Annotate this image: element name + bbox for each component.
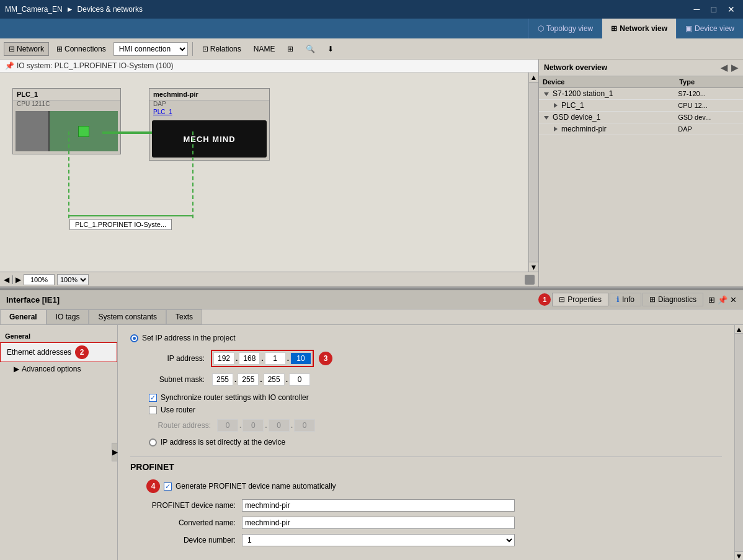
subnet-part-4[interactable]: [289, 373, 310, 386]
ip-address-field[interactable]: . . .: [211, 350, 314, 367]
sidebar-item-ethernet[interactable]: Ethernet addresses 2: [0, 342, 117, 362]
network-tree: Device Type S7-1200 station_1 S7-120...: [539, 76, 743, 135]
content-area[interactable]: Set IP address in the project IP address…: [118, 325, 734, 560]
ip-part-2[interactable]: [239, 352, 260, 365]
tree-row[interactable]: mechmind-pir DAP: [539, 123, 743, 135]
tab-system-constants[interactable]: System constants: [89, 309, 166, 324]
subnet-part-1[interactable]: [212, 373, 233, 386]
panel-nav-forward[interactable]: ▶: [731, 63, 738, 73]
ethernet-label: Ethernet addresses: [7, 348, 71, 357]
tab-texts[interactable]: Texts: [166, 309, 202, 324]
properties-tab[interactable]: ⊟ Properties: [552, 293, 608, 306]
tab-device[interactable]: ▣ Device view: [676, 19, 743, 38]
close-button[interactable]: ✕: [724, 3, 738, 16]
grid-button[interactable]: ⊞: [282, 42, 298, 56]
scroll-track-v[interactable]: [735, 334, 743, 551]
advanced-label: Advanced options: [22, 365, 81, 373]
connections-button[interactable]: ⊞ Connections: [51, 42, 111, 56]
project-name: MM_Camera_EN: [5, 5, 63, 14]
name-button[interactable]: NAME: [249, 42, 280, 56]
panel-close-btn[interactable]: ✕: [730, 295, 737, 304]
nav-right-btn[interactable]: ▶: [16, 275, 21, 284]
zoom-button[interactable]: 🔍: [301, 42, 320, 56]
ip-part-4[interactable]: [290, 352, 311, 365]
mech-device[interactable]: mechmind-pir DAP PLC_1 MECH MIND: [149, 88, 270, 161]
ip-radio-btn[interactable]: [130, 334, 138, 342]
ip-direct-radio[interactable]: [149, 438, 157, 447]
tree-row[interactable]: GSD device_1 GSD dev...: [539, 112, 743, 123]
sidebar-item-advanced[interactable]: ▶ Advanced options: [0, 362, 117, 376]
sync-checkbox[interactable]: ✓: [149, 394, 157, 402]
relations-button[interactable]: ⊡ Relations: [197, 42, 246, 56]
panel-float-btn[interactable]: ⊞: [708, 295, 715, 304]
router-address-row: Router address: . . .: [149, 419, 722, 432]
zoom-dropdown[interactable]: 100% 75% 50%: [57, 274, 89, 285]
profinet-name-input[interactable]: [242, 499, 515, 512]
zoom-input[interactable]: [24, 274, 55, 285]
step-badge-3: 3: [319, 352, 332, 365]
subnet-part-2[interactable]: [238, 373, 259, 386]
info-tab[interactable]: ℹ Info: [610, 293, 641, 306]
device-number-select[interactable]: 1 2: [242, 534, 515, 546]
scroll-down-btn[interactable]: ▼: [529, 262, 538, 272]
mech-link[interactable]: PLC_1: [149, 109, 269, 118]
tree-row[interactable]: S7-1200 station_1 S7-120...: [539, 88, 743, 100]
router-part-3[interactable]: [269, 419, 290, 432]
canvas-scrollbar-v[interactable]: ▲ ▼: [528, 73, 538, 272]
advanced-expand-icon: ▶: [14, 365, 19, 373]
panel-pin-btn[interactable]: 📌: [718, 295, 727, 304]
minimize-button[interactable]: ─: [691, 3, 703, 16]
info-icon: ℹ: [616, 295, 620, 304]
zoom-icon-btn[interactable]: [525, 275, 535, 285]
canvas-content[interactable]: PLC_1 CPU 1211C mechmind-pir DAP: [0, 73, 528, 272]
scroll-up[interactable]: ▲: [735, 325, 743, 334]
panel-nav-back[interactable]: ◀: [721, 63, 727, 73]
subnet-part-3[interactable]: [264, 373, 285, 386]
breadcrumb-sep: ►: [66, 5, 74, 14]
tree-cell-type: GSD dev...: [675, 112, 743, 123]
tab-topology[interactable]: ⬡ Topology view: [528, 19, 602, 38]
scroll-down[interactable]: ▼: [735, 551, 743, 560]
plc-indicator: [78, 126, 89, 137]
router-part-4[interactable]: [294, 419, 315, 432]
profinet-section: PROFINET 4 ✓ Generate PROFINET device na…: [130, 462, 722, 546]
tab-network[interactable]: ⊞ Network view: [602, 19, 676, 38]
maximize-button[interactable]: □: [708, 3, 719, 16]
download-button[interactable]: ⬇: [323, 42, 339, 56]
diagnostics-tab[interactable]: ⊞ Diagnostics: [643, 293, 703, 306]
step-badge-2: 2: [75, 345, 89, 359]
scroll-track[interactable]: [529, 82, 538, 262]
device-label: S7-1200 station_1: [553, 89, 613, 98]
content-scrollbar[interactable]: ▲ ▼: [734, 325, 743, 560]
profinet-gen-label: Generate PROFINET device name automatica…: [176, 482, 336, 491]
use-router-checkbox[interactable]: [149, 406, 157, 414]
tab-io-tags[interactable]: IO tags: [47, 309, 89, 324]
connection-line: [102, 131, 152, 134]
topology-icon: ⬡: [538, 24, 544, 33]
io-system-label: IO system: PLC_1.PROFINET IO-System (100…: [17, 61, 174, 70]
router-part-1[interactable]: [217, 419, 238, 432]
profinet-gen-checkbox[interactable]: ✓: [164, 482, 172, 491]
plc-device[interactable]: PLC_1 CPU 1211C: [12, 88, 121, 154]
mech-subtitle: DAP: [149, 100, 269, 109]
router-part-2[interactable]: [242, 419, 264, 432]
expand-icon: [554, 127, 558, 131]
network-button[interactable]: ⊟ Network: [4, 42, 49, 56]
tab-general[interactable]: General: [0, 309, 47, 324]
subnet-field[interactable]: . . .: [211, 372, 311, 387]
nav-left-btn[interactable]: ◀: [4, 275, 9, 284]
interface-tabs: 1 ⊟ Properties ℹ Info ⊞ Diagnostics ⊞ 📌 …: [538, 293, 737, 306]
ip-part-3[interactable]: [265, 352, 286, 365]
tree-cell-device: S7-1200 station_1: [539, 88, 675, 100]
connection-type-dropdown[interactable]: HMI connection: [113, 42, 188, 56]
relations-icon: ⊡: [202, 45, 208, 53]
ip-dot-3: .: [287, 354, 289, 363]
col-device: Device: [539, 76, 675, 88]
panel-title: Network overview: [544, 63, 607, 72]
sidebar-resize[interactable]: ▶: [112, 443, 118, 461]
scroll-up-btn[interactable]: ▲: [529, 73, 538, 82]
tree-row[interactable]: PLC_1 CPU 12...: [539, 100, 743, 112]
converted-name-input[interactable]: [242, 517, 515, 529]
ip-part-1[interactable]: [213, 352, 234, 365]
step-badge-4: 4: [146, 479, 160, 493]
